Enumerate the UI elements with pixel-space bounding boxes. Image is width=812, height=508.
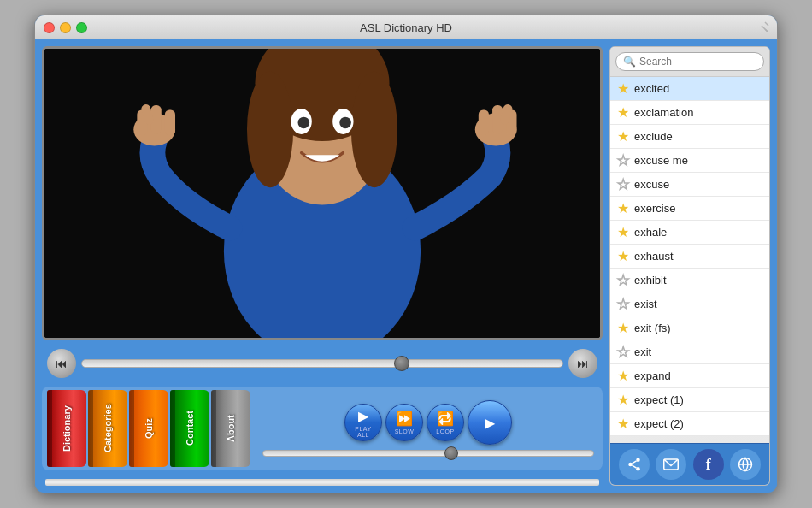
word-label: exit (fs) (634, 322, 671, 334)
play-all-icon: ▶ (358, 408, 368, 424)
list-item[interactable]: ★exclamation (610, 101, 769, 125)
star-icon: ★ (617, 128, 629, 145)
mail-icon (663, 458, 679, 470)
dictionary-book[interactable]: Dictionary (47, 390, 86, 467)
svg-point-9 (351, 72, 397, 187)
svg-point-12 (298, 117, 310, 129)
play-icon: ▶ (485, 415, 495, 431)
word-label: exhale (634, 226, 667, 239)
star-icon: ★ (617, 200, 629, 216)
star-icon: ★ (617, 368, 629, 384)
shelf-line (45, 479, 599, 486)
word-label: exercise (634, 202, 675, 215)
svg-line-28 (632, 461, 636, 464)
list-item[interactable]: ★excuse me (610, 149, 769, 173)
about-book[interactable]: About (211, 390, 250, 467)
svg-point-26 (636, 467, 640, 471)
loop-button[interactable]: 🔁 LOOP (427, 404, 464, 441)
search-bar: 🔍 (610, 47, 769, 77)
mail-button[interactable] (656, 449, 686, 480)
facebook-button[interactable]: f (693, 449, 724, 480)
list-item[interactable]: ★expand (610, 364, 769, 388)
main-content: ⏮ ⏭ Dictionary Categories Quiz (35, 39, 777, 493)
list-item[interactable]: ★exclude (610, 125, 769, 149)
list-item[interactable]: ★exercise (610, 197, 769, 221)
star-icon: ★ (617, 104, 629, 121)
contact-book[interactable]: Contact (170, 390, 209, 467)
slow-button[interactable]: ⏩ SLOW (385, 404, 423, 441)
volume-knob[interactable] (444, 446, 458, 460)
svg-point-25 (628, 463, 633, 467)
globe-button[interactable] (730, 449, 761, 480)
close-button[interactable] (44, 22, 55, 33)
books-row: Dictionary Categories Quiz Contact About (47, 390, 250, 467)
right-panel: 🔍 ★excited★exclamation★exclude★excuse me… (609, 46, 770, 486)
progress-knob[interactable] (394, 356, 409, 371)
title-bar: ASL Dictionary HD (35, 15, 777, 39)
share-button[interactable] (619, 449, 650, 480)
search-input[interactable] (639, 56, 756, 68)
progress-bar[interactable] (81, 359, 563, 368)
list-item[interactable]: ★excuse (610, 173, 769, 197)
window-title: ASL Dictionary HD (360, 21, 452, 34)
resize-icon (756, 21, 770, 34)
maximize-button[interactable] (76, 22, 87, 33)
word-label: exit (634, 346, 651, 358)
svg-line-27 (632, 465, 636, 468)
star-icon: ★ (617, 224, 629, 240)
play-buttons-row: ▶ PLAY ALL ⏩ SLOW 🔁 LOOP ▶ (344, 400, 512, 445)
minimize-button[interactable] (60, 22, 71, 33)
list-item[interactable]: ★exit (fs) (610, 316, 769, 340)
bottom-icons: f (610, 443, 769, 485)
svg-point-13 (339, 117, 351, 129)
list-item[interactable]: ★exist (610, 292, 769, 316)
prev-button[interactable]: ⏮ (47, 349, 76, 378)
word-list: ★excited★exclamation★exclude★excuse me★e… (610, 77, 769, 443)
word-label: exist (634, 298, 657, 310)
svg-rect-17 (165, 110, 175, 136)
play-all-button[interactable]: ▶ PLAY ALL (344, 404, 382, 441)
list-item[interactable]: ★exhaust (610, 245, 769, 269)
play-all-label: PLAY ALL (352, 426, 374, 438)
next-button[interactable]: ⏭ (568, 349, 597, 378)
contact-label: Contact (170, 390, 209, 467)
star-icon: ★ (617, 80, 629, 97)
list-item[interactable]: ★exhale (610, 221, 769, 245)
app-window: ASL Dictionary HD (34, 15, 778, 493)
word-label: excited (634, 82, 669, 95)
list-item[interactable]: ★expect (2) (610, 412, 769, 436)
star-icon: ★ (617, 416, 629, 432)
categories-label: Categories (88, 390, 127, 467)
video-container (42, 46, 603, 340)
video-player (44, 49, 600, 338)
play-button[interactable]: ▶ (468, 400, 512, 445)
word-label: expect (2) (634, 417, 684, 430)
star-icon: ★ (617, 392, 629, 408)
globe-icon (738, 457, 753, 472)
star-icon: ★ (617, 152, 629, 168)
star-icon: ★ (617, 272, 629, 288)
star-icon: ★ (617, 176, 629, 192)
list-item[interactable]: ★exhibit (610, 269, 769, 292)
svg-line-2 (765, 29, 768, 32)
star-icon: ★ (617, 344, 629, 360)
dictionary-label: Dictionary (47, 390, 86, 467)
quiz-book[interactable]: Quiz (129, 390, 168, 467)
svg-point-8 (247, 72, 293, 187)
list-item[interactable]: ★expect (1) (610, 388, 769, 412)
word-label: excuse (634, 178, 669, 191)
volume-row (259, 450, 597, 457)
left-panel: ⏮ ⏭ Dictionary Categories Quiz (42, 46, 603, 486)
list-item[interactable]: ★excited (610, 77, 769, 101)
categories-book[interactable]: Categories (88, 390, 127, 467)
list-item[interactable]: ★exit (610, 340, 769, 364)
word-label: exclamation (634, 106, 693, 119)
volume-bar[interactable] (262, 450, 594, 457)
star-icon: ★ (617, 320, 629, 336)
about-label: About (211, 390, 250, 467)
facebook-icon: f (706, 456, 711, 474)
word-label: expand (634, 369, 671, 382)
search-input-wrap: 🔍 (615, 52, 764, 71)
star-icon: ★ (617, 296, 629, 312)
word-label: exhaust (634, 250, 674, 263)
